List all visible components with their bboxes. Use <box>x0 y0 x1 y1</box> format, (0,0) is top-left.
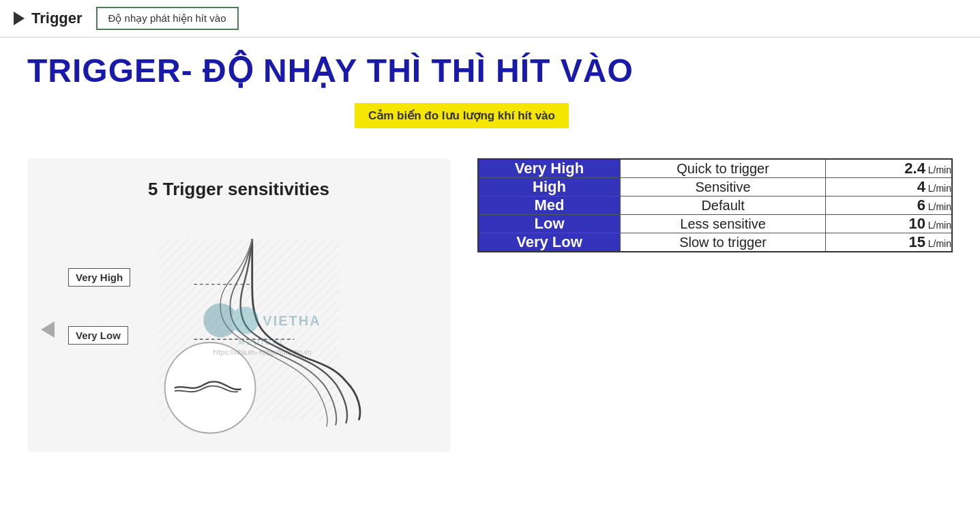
table-row: HighSensitive4 L/min <box>478 178 952 197</box>
header-bar: Trigger Độ nhạy phát hiện hít vào <box>0 0 980 38</box>
play-icon <box>14 12 25 25</box>
value-cell: 6 L/min <box>826 197 952 215</box>
diagram-title: 5 Trigger sensitivities <box>41 179 436 200</box>
value-unit: L/min <box>925 201 951 212</box>
value-number: 10 <box>908 215 925 232</box>
header-badge: Độ nhạy phát hiện hít vào <box>96 7 239 30</box>
level-cell: Low <box>478 215 621 233</box>
value-number: 15 <box>908 233 925 250</box>
value-number: 4 <box>917 178 925 195</box>
very-high-label: Very High <box>68 268 130 287</box>
value-unit: L/min <box>925 164 951 175</box>
table-section: Very HighQuick to trigger2.4 L/minHighSe… <box>477 158 953 252</box>
value-unit: L/min <box>925 238 951 249</box>
value-cell: 2.4 L/min <box>826 159 952 178</box>
level-cell: Med <box>478 197 621 215</box>
value-number: 6 <box>917 197 925 214</box>
level-cell: High <box>478 178 621 197</box>
subtitle-badge: Cảm biến đo lưu lượng khí hít vào <box>355 103 569 128</box>
value-cell: 10 L/min <box>826 215 952 233</box>
level-cell: Very Low <box>478 233 621 252</box>
description-cell: Less sensitive <box>621 215 826 233</box>
very-low-label: Very Low <box>68 326 128 345</box>
description-cell: Sensitive <box>621 178 826 197</box>
level-cell: Very High <box>478 159 621 178</box>
table-row: LowLess sensitive10 L/min <box>478 215 952 233</box>
header-title: Trigger <box>31 10 83 27</box>
header-title-section: Trigger <box>14 10 83 27</box>
description-cell: Default <box>621 197 826 215</box>
value-unit: L/min <box>925 220 951 231</box>
content-section: 5 Trigger sensitivities Very High Very L… <box>27 158 953 452</box>
description-cell: Quick to trigger <box>621 159 826 178</box>
chart-prev-button[interactable] <box>41 321 55 338</box>
value-cell: 4 L/min <box>826 178 952 197</box>
table-row: MedDefault6 L/min <box>478 197 952 215</box>
sensitivity-table: Very HighQuick to trigger2.4 L/minHighSe… <box>477 158 953 252</box>
table-row: Very HighQuick to trigger2.4 L/min <box>478 159 952 178</box>
diagram-section: 5 Trigger sensitivities Very High Very L… <box>27 158 450 452</box>
value-unit: L/min <box>925 183 951 194</box>
table-row: Very LowSlow to trigger15 L/min <box>478 233 952 252</box>
value-cell: 15 L/min <box>826 233 952 252</box>
page-title: TRIGGER- ĐỘ NHẠY THÌ THÌ HÍT VÀO <box>27 51 953 89</box>
main-content: TRIGGER- ĐỘ NHẠY THÌ THÌ HÍT VÀO Cảm biế… <box>0 38 980 466</box>
description-cell: Slow to trigger <box>621 233 826 252</box>
diagram-canvas: Very High Very Low VIETHA MEDICAL https:… <box>41 214 436 446</box>
value-number: 2.4 <box>904 160 925 177</box>
